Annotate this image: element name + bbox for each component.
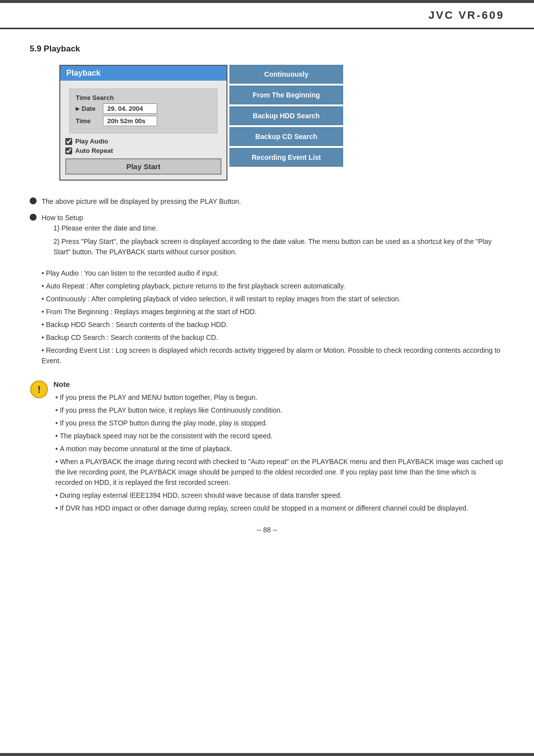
time-search-group: Time Search Date 29. 04. 2004 Time 20h 5… bbox=[69, 89, 218, 134]
date-label: Date bbox=[76, 105, 103, 112]
play-start-button[interactable]: Play Start bbox=[65, 158, 222, 175]
time-label: Time bbox=[76, 117, 103, 125]
auto-repeat-label: Auto Repeat bbox=[75, 147, 113, 154]
auto-repeat-row: Auto Repeat bbox=[65, 147, 222, 154]
bullet-circle-2 bbox=[30, 214, 37, 221]
note-section: ! Note If you press the PLAY and MENU bu… bbox=[30, 380, 504, 516]
play-audio-label: Play Audio bbox=[75, 138, 108, 145]
menu-btn-recording-event-list[interactable]: Recording Event List bbox=[229, 148, 343, 167]
playback-box: Playback Time Search Date 29. 04. 2004 T… bbox=[59, 65, 227, 181]
time-row: Time 20h 52m 00s bbox=[76, 116, 211, 126]
note-icon: ! bbox=[30, 380, 48, 399]
menu-btn-from-the-beginning[interactable]: From The Beginning bbox=[229, 86, 343, 104]
note-content: Note If you press the PLAY and MENU butt… bbox=[53, 380, 504, 516]
dot-list: Play Audio : You can listen to the recor… bbox=[42, 268, 504, 366]
playback-container: Playback Time Search Date 29. 04. 2004 T… bbox=[59, 65, 504, 181]
note-item-7: If DVR has HDD impact or other damage du… bbox=[55, 503, 504, 514]
dot-item-4: Backup HDD Search : Search contents of t… bbox=[42, 320, 504, 330]
section-heading: 5.9 Playback bbox=[30, 44, 504, 54]
note-item-1: If you press the PLAY button twice, it r… bbox=[55, 405, 504, 416]
page-footer: -- 88 -- bbox=[30, 516, 504, 549]
numbered-item-1: 1) Please enter the date and time. bbox=[53, 223, 504, 234]
page-header: JVC VR-609 bbox=[0, 0, 534, 29]
menu-btn-continuously[interactable]: Continuously bbox=[229, 65, 343, 84]
bullet-item-1: The above picture will be displayed by p… bbox=[30, 196, 504, 207]
playback-menu: ContinuouslyFrom The BeginningBackup HDD… bbox=[229, 65, 343, 181]
playback-box-title: Playback bbox=[60, 66, 226, 81]
time-field[interactable]: 20h 52m 00s bbox=[103, 116, 157, 126]
bullet-text-1: The above picture will be displayed by p… bbox=[42, 196, 241, 207]
svg-text:!: ! bbox=[38, 384, 41, 395]
play-audio-checkbox[interactable] bbox=[65, 138, 72, 145]
dot-item-3: From The Beginning : Replays images begi… bbox=[42, 307, 504, 317]
bullet-item-2: How to Setup 1) Please enter the date an… bbox=[30, 213, 504, 262]
note-item-0: If you press the PLAY and MENU button to… bbox=[55, 392, 504, 403]
date-field[interactable]: 29. 04. 2004 bbox=[103, 103, 157, 114]
bullet-text-2: How to Setup 1) Please enter the date an… bbox=[42, 213, 504, 262]
note-item-4: A motion may become unnatural at the tim… bbox=[55, 444, 504, 454]
dot-item-1: Auto Repeat : After completing playback,… bbox=[42, 281, 504, 291]
menu-btn-backup-cd-search[interactable]: Backup CD Search bbox=[229, 127, 343, 146]
note-item-3: The playback speed may not be the consis… bbox=[55, 431, 504, 441]
page-title: JVC VR-609 bbox=[428, 9, 504, 22]
auto-repeat-checkbox[interactable] bbox=[65, 147, 72, 154]
dot-item-0: Play Audio : You can listen to the recor… bbox=[42, 268, 504, 279]
note-item-2: If you press the STOP button during the … bbox=[55, 418, 504, 428]
dot-item-6: Recording Event List : Log screen is dis… bbox=[42, 345, 504, 366]
dot-item-2: Continuously : After completing playback… bbox=[42, 294, 504, 304]
time-search-label: Time Search bbox=[76, 94, 211, 101]
numbered-list: 1) Please enter the date and time. 2) Pr… bbox=[53, 223, 504, 257]
note-item-6: During replay external IEEE1394 HDD, scr… bbox=[55, 490, 504, 501]
main-content: 5.9 Playback Playback Time Search Date 2… bbox=[0, 29, 534, 588]
bottom-bar bbox=[0, 753, 534, 756]
dot-item-5: Backup CD Search : Search contents of th… bbox=[42, 332, 504, 343]
note-item-5: When a PLAYBACK the image during record … bbox=[55, 457, 504, 488]
menu-btn-backup-hdd-search[interactable]: Backup HDD Search bbox=[229, 106, 343, 125]
play-audio-row: Play Audio bbox=[65, 138, 222, 145]
numbered-item-2: 2) Press "Play Start", the playback scre… bbox=[53, 236, 504, 257]
page-number: -- 88 -- bbox=[257, 526, 277, 534]
note-items: If you press the PLAY and MENU button to… bbox=[55, 392, 504, 514]
bullet-circle-1 bbox=[30, 197, 37, 204]
top-bar bbox=[0, 0, 534, 3]
date-row: Date 29. 04. 2004 bbox=[76, 103, 211, 114]
note-title: Note bbox=[53, 380, 504, 388]
